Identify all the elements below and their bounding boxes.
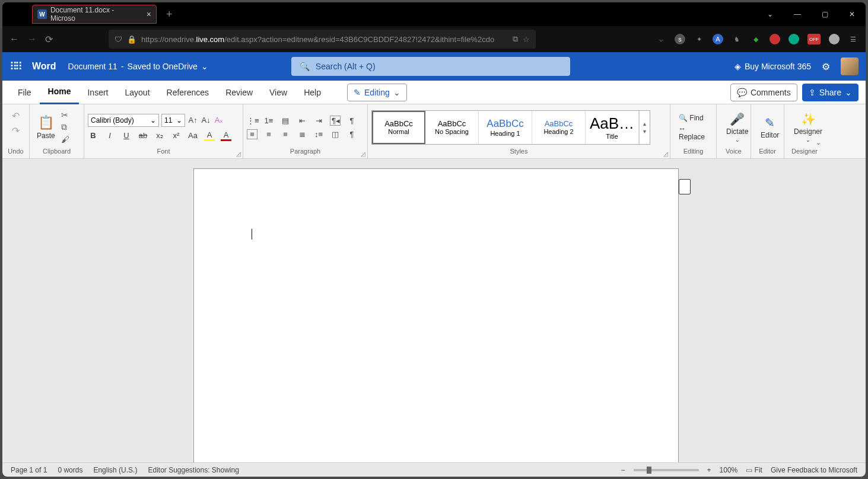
tab-view[interactable]: View: [261, 81, 295, 104]
back-button[interactable]: ←: [9, 34, 19, 44]
editing-mode-button[interactable]: ✎ Editing ⌄: [347, 84, 407, 101]
bookmark-icon[interactable]: ☆: [523, 35, 530, 44]
feedback-link[interactable]: Give Feedback to Microsoft: [771, 466, 857, 474]
subscript-button[interactable]: x₂: [154, 131, 165, 140]
address-bar[interactable]: 🛡 🔒 https://onedrive.live.com/edit.aspx?…: [109, 30, 536, 49]
font-color-button[interactable]: A: [221, 130, 231, 141]
comments-button[interactable]: 💬 Comments: [730, 84, 797, 101]
tabs-dropdown-icon[interactable]: ⌄: [756, 2, 784, 26]
close-window-button[interactable]: ✕: [838, 2, 866, 26]
zoom-slider[interactable]: [634, 469, 699, 471]
styles-expand[interactable]: ▴▾: [639, 111, 650, 144]
replace-button[interactable]: ↔ Replace: [679, 124, 708, 141]
style-no-spacing[interactable]: AaBbCc No Spacing: [425, 111, 479, 144]
text-direction-button[interactable]: ¶◂: [330, 116, 341, 126]
settings-icon[interactable]: ⚙: [822, 61, 830, 72]
align-right-button[interactable]: ≡: [280, 130, 291, 139]
ext-icon-1[interactable]: s: [675, 34, 685, 44]
underline-button[interactable]: U: [121, 131, 132, 140]
zoom-in-button[interactable]: +: [707, 466, 711, 474]
dictate-button[interactable]: 🎤 Dictate⌄: [720, 111, 754, 144]
document-title[interactable]: Document 11 - Saved to OneDrive ⌄: [68, 62, 208, 71]
align-left-button[interactable]: ≡: [247, 129, 257, 139]
multilevel-button[interactable]: ▤: [280, 116, 291, 125]
style-heading-1[interactable]: AaBbCc Heading 1: [479, 111, 532, 144]
ext-icon-3[interactable]: A: [713, 34, 723, 44]
share-button[interactable]: ⇪ Share ⌄: [802, 84, 859, 101]
word-brand[interactable]: Word: [32, 61, 56, 72]
translate-icon[interactable]: ⧉: [513, 34, 518, 44]
undo-button[interactable]: ↶: [12, 110, 20, 122]
maximize-button[interactable]: ▢: [811, 2, 838, 26]
copy-button[interactable]: ⧉: [61, 122, 69, 132]
tab-references[interactable]: References: [158, 81, 218, 104]
reload-button[interactable]: ⟳: [45, 34, 53, 45]
change-case-button[interactable]: Aa: [187, 131, 198, 140]
ext-icon-8[interactable]: OFF: [807, 34, 821, 44]
tab-review[interactable]: Review: [217, 81, 261, 104]
ext-icon-9[interactable]: [829, 34, 840, 44]
ext-icon-4[interactable]: ♞: [732, 34, 742, 44]
font-dialog-launcher[interactable]: ◿: [236, 151, 241, 157]
grow-font-icon[interactable]: A↑: [187, 116, 198, 124]
buy-microsoft-365[interactable]: ◈ Buy Microsoft 365: [735, 62, 811, 71]
tab-layout[interactable]: Layout: [116, 81, 158, 104]
redo-button[interactable]: ↷: [12, 125, 20, 136]
collapse-ribbon-icon[interactable]: ⌄: [816, 139, 821, 146]
pocket-icon[interactable]: ⌵: [656, 34, 666, 44]
cut-button[interactable]: ✂: [61, 110, 69, 120]
paragraph-mark-button[interactable]: ¶: [346, 130, 357, 139]
highlight-button[interactable]: A: [204, 130, 215, 141]
ext-icon-5[interactable]: ◆: [751, 34, 761, 44]
indent-decrease-button[interactable]: ⇤: [297, 116, 307, 125]
align-center-button[interactable]: ≡: [263, 130, 274, 139]
ext-icon-7[interactable]: [788, 34, 799, 44]
hamburger-menu-icon[interactable]: ☰: [848, 34, 859, 44]
fit-button[interactable]: ▭ Fit: [746, 466, 762, 474]
indent-increase-button[interactable]: ⇥: [313, 116, 324, 125]
justify-button[interactable]: ≣: [297, 130, 307, 139]
zoom-out-button[interactable]: −: [621, 466, 625, 474]
font-size-select[interactable]: 11⌄: [161, 114, 185, 127]
zoom-level[interactable]: 100%: [720, 466, 738, 474]
avatar[interactable]: [841, 58, 859, 75]
font-name-select[interactable]: Calibri (Body)⌄: [88, 114, 159, 127]
close-tab-icon[interactable]: ×: [147, 9, 151, 19]
line-spacing-button[interactable]: ↕≡: [313, 130, 324, 139]
superscript-button[interactable]: x²: [171, 131, 182, 140]
ext-icon-6[interactable]: [770, 34, 780, 44]
search-input[interactable]: 🔍 Search (Alt + Q): [291, 57, 570, 76]
tab-home[interactable]: Home: [40, 81, 80, 104]
language[interactable]: English (U.S.): [93, 466, 137, 474]
document-canvas[interactable]: [2, 159, 866, 462]
editor-button[interactable]: ✎ Editor: [755, 114, 785, 140]
page-count[interactable]: Page 1 of 1: [11, 466, 47, 474]
tab-insert[interactable]: Insert: [79, 81, 116, 104]
designer-button[interactable]: ✨ Designer⌄: [788, 111, 828, 144]
bullets-button[interactable]: ⋮≡: [247, 116, 257, 125]
tab-help[interactable]: Help: [295, 81, 329, 104]
forward-button[interactable]: →: [27, 34, 37, 44]
style-heading-2[interactable]: AaBbCc Heading 2: [532, 111, 586, 144]
tab-file[interactable]: File: [9, 81, 40, 104]
italic-button[interactable]: I: [104, 131, 115, 140]
minimize-button[interactable]: —: [784, 2, 811, 26]
shading-button[interactable]: ◫: [330, 130, 341, 139]
format-painter-button[interactable]: 🖌: [61, 135, 69, 144]
styles-dialog-launcher[interactable]: ◿: [663, 151, 668, 157]
paste-button[interactable]: 📋 Paste: [33, 114, 59, 141]
style-normal[interactable]: AaBbCc Normal: [372, 111, 425, 144]
show-marks-button[interactable]: ¶: [346, 116, 357, 125]
new-tab-button[interactable]: +: [166, 8, 173, 21]
find-button[interactable]: 🔍 Find: [679, 114, 708, 122]
clear-format-icon[interactable]: Aₓ: [214, 116, 224, 124]
editor-suggestions[interactable]: Editor Suggestions: Showing: [148, 466, 239, 474]
shrink-font-icon[interactable]: A↓: [201, 116, 211, 124]
side-panel-handle[interactable]: [679, 179, 691, 194]
app-launcher-icon[interactable]: ⠿⠿: [9, 60, 20, 73]
document-page[interactable]: [193, 168, 679, 462]
paragraph-dialog-launcher[interactable]: ◿: [361, 151, 365, 157]
browser-tab[interactable]: W Document 11.docx - Microso ×: [32, 5, 157, 24]
ext-icon-2[interactable]: ✦: [694, 34, 704, 44]
strikethrough-button[interactable]: ab: [138, 131, 148, 140]
